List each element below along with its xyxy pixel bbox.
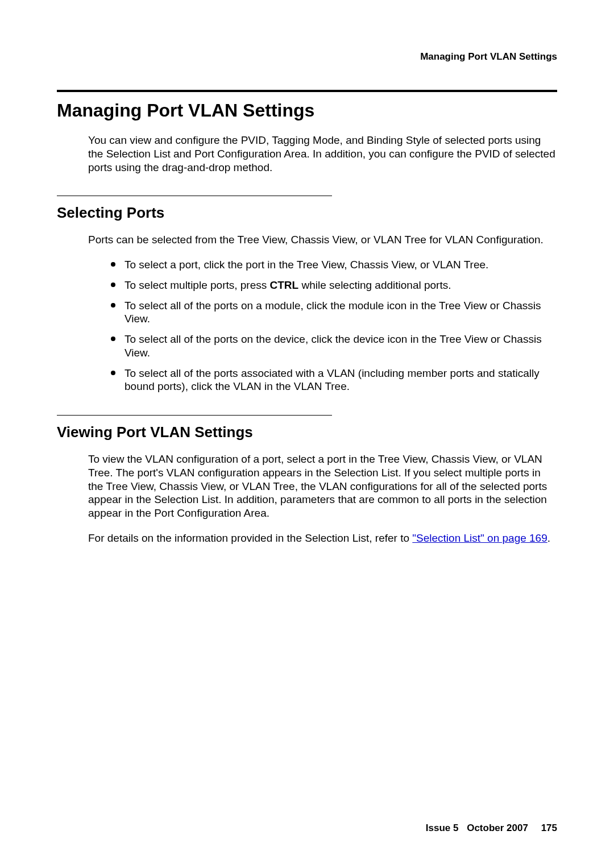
- selection-list-link[interactable]: "Selection List" on page 169: [412, 532, 547, 544]
- list-item: To select all of the ports on the device…: [111, 333, 557, 360]
- running-head: Managing Port VLAN Settings: [57, 51, 557, 63]
- ctrl-key-label: CTRL: [270, 279, 299, 291]
- list-item-text: while selecting additional ports.: [298, 279, 451, 291]
- page-number: 175: [541, 823, 557, 833]
- subsection-rule: [57, 415, 332, 416]
- issue-label: Issue 5: [426, 823, 459, 833]
- body-text: For details on the information provided …: [88, 532, 412, 544]
- list-item-text: To select multiple ports, press: [125, 279, 270, 291]
- body-text: .: [547, 532, 550, 544]
- document-page: Managing Port VLAN Settings Managing Por…: [0, 0, 614, 868]
- page-title: Managing Port VLAN Settings: [57, 100, 557, 121]
- selecting-ports-bullets: To select a port, click the port in the …: [111, 258, 557, 393]
- viewing-settings-heading: Viewing Port VLAN Settings: [57, 423, 557, 441]
- title-rule: [57, 90, 557, 92]
- footer-date: October 2007: [467, 823, 528, 833]
- viewing-paragraph-1: To view the VLAN configuration of a port…: [88, 452, 557, 520]
- subsection-rule: [57, 196, 332, 196]
- viewing-paragraph-2: For details on the information provided …: [88, 531, 557, 545]
- list-item: To select all of the ports associated wi…: [111, 367, 557, 394]
- selecting-ports-lead: Ports can be selected from the Tree View…: [88, 233, 557, 247]
- list-item: To select all of the ports on a module, …: [111, 299, 557, 326]
- selecting-ports-heading: Selecting Ports: [57, 204, 557, 222]
- page-footer: Issue 5 October 2007 175: [426, 823, 557, 834]
- intro-paragraph: You can view and configure the PVID, Tag…: [88, 134, 557, 174]
- list-item: To select a port, click the port in the …: [111, 258, 557, 272]
- list-item: To select multiple ports, press CTRL whi…: [111, 279, 557, 292]
